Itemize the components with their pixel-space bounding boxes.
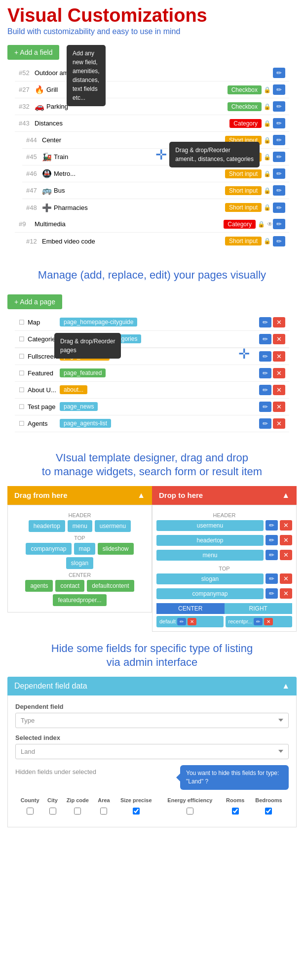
menu-widget[interactable]: menu	[68, 520, 92, 532]
field-row: #48 ➕ Pharmacies Short input 🔒 ✏	[22, 199, 289, 216]
drop-delete-button[interactable]: ✕	[280, 588, 292, 599]
field-edit-button[interactable]: ✏	[273, 168, 285, 179]
page-title: Visual Customizations	[7, 5, 297, 26]
drop-delete-button[interactable]: ✕	[280, 535, 292, 545]
nested-fields: ✛ Drag & drop/Reorderamenit., distances,…	[22, 132, 289, 216]
slideshow-widget[interactable]: slideshow	[98, 543, 134, 555]
drop-edit-button[interactable]: ✏	[177, 618, 186, 625]
field-row: #46 🚇 Metro... Short input 🔒 ✏	[22, 165, 289, 182]
agents-widget[interactable]: agents	[25, 580, 53, 592]
field-edit-button[interactable]: ✏	[273, 135, 285, 145]
page-icon: ☐	[19, 403, 25, 410]
checkbox-sizeprecise[interactable]	[114, 806, 158, 818]
field-row: #43 Distances Category 🔒 ✏	[15, 115, 289, 132]
drop-edit-button[interactable]: ✏	[266, 550, 278, 560]
menu-drop-label: menu	[156, 550, 264, 561]
checkbox-area[interactable]	[95, 806, 114, 818]
chevron-up-icon: ▲	[282, 491, 290, 500]
page-icon: ☐	[19, 335, 25, 343]
page-edit-button[interactable]: ✏	[259, 402, 271, 412]
defaultcontent-widget[interactable]: defaultcontent	[87, 580, 134, 592]
map-widget[interactable]: map	[74, 543, 95, 555]
drop-delete-button[interactable]: ✕	[188, 618, 196, 625]
companymap-widget[interactable]: companymap	[26, 543, 71, 555]
header-widgets: headertop menu usermenu	[12, 520, 148, 532]
add-field-tooltip: Add any new field, amenities,distances, …	[67, 45, 106, 106]
drag-panel-body: HEADER headertop menu usermenu TOP compa…	[7, 505, 152, 612]
drop-delete-button[interactable]: ✕	[280, 550, 292, 560]
slogan-drop-row: slogan ✏ ✕	[156, 573, 292, 584]
page-edit-button[interactable]: ✏	[259, 317, 271, 327]
page-edit-button[interactable]: ✏	[259, 334, 271, 344]
hide-fields-tooltip: You want to hide this fields for type: "…	[180, 765, 289, 790]
featuredproperty-widget[interactable]: featuredproper...	[53, 594, 106, 606]
badge-short: Short input	[225, 169, 262, 178]
top-widgets: companymap map slideshow slogan	[12, 543, 148, 569]
field-edit-button[interactable]: ✏	[273, 68, 285, 78]
field-edit-button[interactable]: ✏	[273, 203, 285, 213]
page-delete-button[interactable]: ✕	[273, 385, 285, 395]
slogan-widget[interactable]: slogan	[66, 557, 93, 569]
badge-short: Short input	[225, 203, 262, 212]
selected-index-select[interactable]: Land	[15, 744, 289, 759]
page-edit-button[interactable]: ✏	[259, 351, 271, 362]
page-edit-button[interactable]: ✏	[259, 418, 271, 429]
dependent-field-section: Dependent field data ▲ Dependent field T…	[7, 677, 297, 827]
page-slug-badge: page_featured	[60, 368, 106, 377]
checkbox-zipcode[interactable]	[62, 806, 94, 818]
lock-icon: 🔒	[264, 170, 271, 177]
center-widgets: agents contact defaultcontent featuredpr…	[12, 580, 148, 606]
checkbox-energy[interactable]	[159, 806, 221, 818]
page-icon: ☐	[19, 353, 25, 360]
page-delete-button[interactable]: ✕	[273, 368, 285, 378]
page-delete-button[interactable]: ✕	[273, 402, 285, 412]
field-edit-button[interactable]: ✏	[273, 219, 285, 229]
badge-category: Category	[229, 119, 262, 128]
field-row: #52 Outdoor ame... ✏	[15, 65, 289, 82]
checkbox-rooms[interactable]	[222, 806, 249, 818]
page-icon: ☐	[19, 386, 25, 394]
field-edit-button[interactable]: ✏	[273, 118, 285, 128]
drop-edit-button[interactable]: ✏	[266, 573, 278, 584]
fields-table: County City Zip code Area Size precise E…	[15, 795, 289, 819]
center-right-row: default ✏ ✕ recentpr... ✏ ✕	[156, 616, 292, 627]
drop-edit-button[interactable]: ✏	[266, 588, 278, 599]
recentproperty-widget: recentpr... ✏ ✕	[226, 616, 293, 627]
chevron-up-icon: ▲	[137, 491, 145, 500]
contact-widget[interactable]: contact	[55, 580, 84, 592]
page-delete-button[interactable]: ✕	[273, 334, 285, 344]
page-edit-button[interactable]: ✏	[259, 385, 271, 395]
headertop-widget[interactable]: headertop	[29, 520, 65, 532]
drop-delete-button[interactable]: ✕	[280, 573, 292, 584]
checkbox-bedrooms[interactable]	[250, 806, 288, 818]
hidden-fields-row: Hidden fields under selected You want to…	[15, 765, 289, 790]
add-field-button[interactable]: + Add a field	[7, 45, 59, 60]
checkbox-county[interactable]	[16, 806, 43, 818]
drop-delete-button[interactable]: ✕	[280, 520, 292, 531]
drop-edit-button[interactable]: ✏	[254, 618, 263, 625]
page-delete-button[interactable]: ✕	[273, 317, 285, 327]
add-page-button[interactable]: + Add a page	[7, 294, 62, 309]
dependent-field-select[interactable]: Type	[15, 713, 289, 728]
usermenu-drop-label: usermenu	[156, 520, 264, 531]
field-edit-button[interactable]: ✏	[273, 84, 285, 95]
page-row: ☐ Agents page_agents-list ✏ ✕	[15, 415, 289, 432]
drop-edit-button[interactable]: ✏	[266, 535, 278, 545]
headertop-drop-row: headertop ✏ ✕	[156, 535, 292, 546]
field-edit-button[interactable]: ✏	[273, 101, 285, 112]
page-delete-button[interactable]: ✕	[273, 351, 285, 362]
checkbox-city[interactable]	[44, 806, 61, 818]
field-edit-button[interactable]: ✏	[273, 185, 285, 196]
usermenu-drop-row: usermenu ✏ ✕	[156, 520, 292, 531]
field-edit-button[interactable]: ✏	[273, 236, 285, 246]
lock-icon: 🔒	[264, 103, 271, 110]
dependent-header: Dependent field data ▲	[7, 677, 297, 695]
usermenu-widget[interactable]: usermenu	[95, 520, 131, 532]
drop-delete-button[interactable]: ✕	[264, 618, 273, 625]
drop-edit-button[interactable]: ✏	[266, 520, 278, 531]
field-edit-button[interactable]: ✏	[273, 152, 285, 162]
center-col-label: CENTER	[156, 603, 225, 614]
field-row: #12 Embed video code Short input 🔒 ✏	[22, 233, 289, 249]
page-edit-button[interactable]: ✏	[259, 368, 271, 378]
page-delete-button[interactable]: ✕	[273, 418, 285, 429]
